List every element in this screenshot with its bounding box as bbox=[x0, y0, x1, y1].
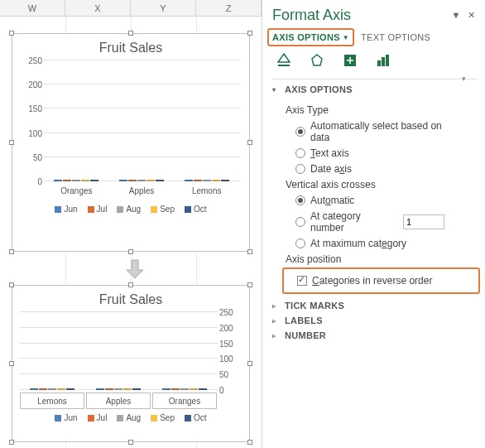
legend-item[interactable]: Jun bbox=[55, 205, 77, 214]
legend-item[interactable]: Oct bbox=[185, 205, 207, 214]
bar[interactable] bbox=[72, 180, 80, 181]
radio-automatic[interactable]: Automatic bbox=[295, 195, 477, 206]
tab-axis-options[interactable]: AXIS OPTIONS ▼ bbox=[272, 31, 349, 44]
bar-group[interactable] bbox=[54, 180, 98, 181]
bar[interactable] bbox=[199, 388, 207, 390]
legend-swatch bbox=[55, 206, 61, 213]
bar[interactable] bbox=[162, 388, 170, 390]
triangle-right-icon: ▹ bbox=[272, 302, 281, 310]
close-icon[interactable]: ✕ bbox=[465, 10, 477, 22]
bar[interactable] bbox=[180, 388, 189, 390]
bar[interactable] bbox=[57, 388, 65, 390]
bar[interactable] bbox=[119, 180, 127, 181]
legend-item[interactable]: Sep bbox=[151, 413, 175, 422]
arrow-down-icon bbox=[124, 258, 146, 280]
legend-item[interactable]: Jun bbox=[55, 413, 77, 422]
category-number-field[interactable] bbox=[403, 214, 444, 229]
effects-icon[interactable] bbox=[307, 51, 327, 70]
radio-text-axis[interactable]: Text axis bbox=[295, 147, 477, 159]
tab-text-options[interactable]: TEXT OPTIONS bbox=[361, 31, 430, 44]
bar[interactable] bbox=[39, 388, 47, 390]
legend-item[interactable]: Aug bbox=[117, 205, 141, 214]
x-axis-selected[interactable]: Lemons Apples Oranges bbox=[19, 392, 218, 410]
bar[interactable] bbox=[185, 180, 193, 181]
section-axis-options[interactable]: ▾ AXIS OPTIONS bbox=[272, 84, 477, 94]
legend-swatch bbox=[151, 415, 157, 422]
bar[interactable] bbox=[190, 388, 198, 390]
vertical-axis-crosses-label: Vertical axis crosses bbox=[286, 179, 477, 190]
legend-label: Sep bbox=[160, 205, 175, 214]
legend-item[interactable]: Jul bbox=[88, 205, 108, 214]
legend-swatch bbox=[88, 206, 94, 213]
legend-label: Sep bbox=[160, 413, 175, 422]
col-header[interactable]: W bbox=[0, 0, 65, 16]
x-axis[interactable]: Oranges Apples Lemons bbox=[44, 183, 239, 201]
radio-date-axis[interactable]: Date axis bbox=[295, 163, 477, 175]
bar[interactable] bbox=[146, 180, 155, 181]
bar[interactable] bbox=[54, 180, 62, 181]
col-header[interactable]: Y bbox=[131, 0, 196, 16]
y-axis[interactable]: 250 200 150 100 50 0 bbox=[219, 312, 242, 390]
bar[interactable] bbox=[194, 180, 202, 181]
chart-plot-area[interactable]: 250 200 150 100 50 0 Oranges Apples Lemo… bbox=[19, 60, 242, 201]
checkbox-icon bbox=[297, 276, 307, 286]
bar[interactable] bbox=[132, 388, 141, 390]
chart-title[interactable]: Fruit Sales bbox=[12, 292, 249, 307]
bar[interactable] bbox=[123, 388, 132, 390]
legend-item[interactable]: Jul bbox=[88, 413, 108, 422]
radio-at-max-category[interactable]: At maximum category bbox=[295, 238, 477, 249]
bar[interactable] bbox=[212, 180, 220, 181]
y-axis[interactable]: 250 200 150 100 50 0 bbox=[19, 60, 42, 181]
bar[interactable] bbox=[203, 180, 211, 181]
axis-options-icon[interactable] bbox=[373, 51, 393, 70]
chevron-down-icon[interactable]: ▾ bbox=[462, 75, 472, 84]
bar[interactable] bbox=[30, 388, 38, 390]
legend-swatch bbox=[151, 206, 157, 213]
col-header[interactable]: Z bbox=[196, 0, 262, 16]
checkbox-categories-reverse[interactable]: Categories in reverse order bbox=[297, 275, 475, 287]
bar[interactable] bbox=[66, 388, 74, 390]
legend-item[interactable]: Sep bbox=[151, 205, 175, 214]
section-number[interactable]: ▹ NUMBER bbox=[272, 330, 477, 340]
legend-swatch bbox=[55, 415, 61, 422]
section-labels[interactable]: ▹ LABELS bbox=[272, 316, 477, 325]
bar[interactable] bbox=[114, 388, 122, 390]
plot-area bbox=[19, 312, 218, 390]
chart-plot-area[interactable]: 250 200 150 100 50 0 Lemons Apples Orang… bbox=[16, 312, 242, 410]
legend-item[interactable]: Oct bbox=[185, 413, 207, 422]
bar[interactable] bbox=[171, 388, 180, 390]
size-properties-icon[interactable] bbox=[340, 51, 360, 70]
axis-type-label: Axis Type bbox=[286, 104, 477, 116]
bar[interactable] bbox=[63, 180, 71, 181]
radio-icon bbox=[295, 238, 305, 248]
bar-group[interactable] bbox=[96, 388, 141, 390]
chart-legend[interactable]: JunJulAugSepOct bbox=[12, 205, 249, 214]
section-tick-marks[interactable]: ▹ TICK MARKS bbox=[272, 301, 477, 311]
chart-object-2[interactable]: Fruit Sales 250 200 150 100 50 0 Lemons … bbox=[12, 285, 250, 442]
bar[interactable] bbox=[137, 180, 146, 181]
bar-group[interactable] bbox=[185, 180, 229, 181]
fill-line-icon[interactable] bbox=[274, 51, 294, 70]
plot-area bbox=[44, 60, 239, 181]
legend-item[interactable]: Aug bbox=[117, 413, 141, 422]
col-header[interactable]: X bbox=[65, 0, 131, 16]
chart-title[interactable]: Fruit Sales bbox=[12, 41, 249, 55]
bar[interactable] bbox=[105, 388, 113, 390]
bar-group[interactable] bbox=[119, 180, 164, 181]
radio-auto-select[interactable]: Automatically select based on data bbox=[295, 120, 477, 143]
bar[interactable] bbox=[48, 388, 56, 390]
task-pane-options-icon[interactable]: ▼ bbox=[450, 10, 462, 22]
radio-at-category-number[interactable]: At category number bbox=[295, 210, 477, 234]
bar[interactable] bbox=[128, 180, 137, 181]
bar[interactable] bbox=[221, 180, 229, 181]
bar-group[interactable] bbox=[30, 388, 74, 390]
bar[interactable] bbox=[81, 180, 89, 181]
column-headers: W X Y Z bbox=[0, 0, 262, 17]
bar-group[interactable] bbox=[162, 388, 207, 390]
chart-object-1[interactable]: Fruit Sales 250 200 150 100 50 0 Oranges… bbox=[12, 33, 250, 252]
bar[interactable] bbox=[156, 180, 164, 181]
chart-legend[interactable]: JunJulAugSepOct bbox=[12, 413, 249, 422]
bar[interactable] bbox=[90, 180, 98, 181]
legend-label: Aug bbox=[126, 205, 141, 214]
bar[interactable] bbox=[96, 388, 104, 390]
